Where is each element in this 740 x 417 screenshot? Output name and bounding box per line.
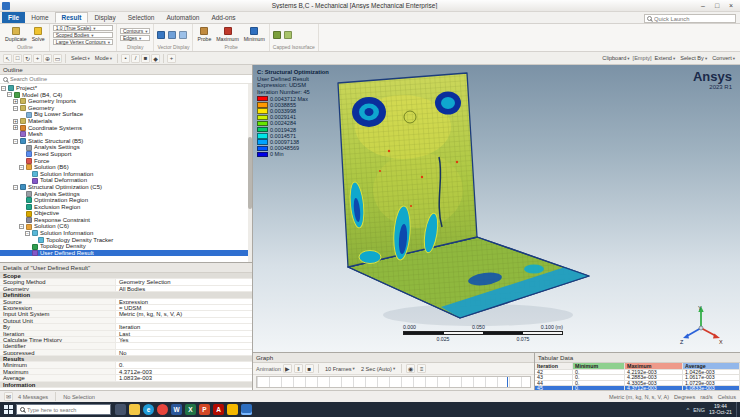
excel-icon[interactable]: X <box>185 404 196 415</box>
edge-filter-icon[interactable]: / <box>131 54 140 63</box>
tab-result[interactable]: Result <box>55 12 89 23</box>
mode-dropdown[interactable]: Mode▾ <box>93 55 114 61</box>
details-field-value[interactable]: Last <box>116 331 252 336</box>
outline-item-coordinate-systems[interactable]: +Coordinate Systems <box>0 125 252 132</box>
select-by-dropdown[interactable]: Select By▾ <box>678 55 709 61</box>
tab-automation[interactable]: Automation <box>160 12 205 23</box>
minimize-button[interactable]: – <box>696 0 710 11</box>
pan-icon[interactable]: + <box>33 54 42 63</box>
face-filter-icon[interactable]: ■ <box>141 54 150 63</box>
cursor-icon[interactable]: ↖ <box>3 54 12 63</box>
outline-item-geometry[interactable]: −Geometry <box>0 105 252 112</box>
file-explorer-icon[interactable] <box>129 404 140 415</box>
outline-item-big-lower-surface[interactable]: Big Lower Surface <box>0 111 252 118</box>
start-button[interactable] <box>0 402 16 417</box>
expand-icon[interactable]: + <box>13 119 18 124</box>
outline-item-solution-c6[interactable]: −Solution (C6) <box>0 223 252 230</box>
pause-icon[interactable]: ‖ <box>294 364 303 373</box>
animation-timeline[interactable] <box>256 376 531 388</box>
collapse-icon[interactable]: − <box>25 231 30 236</box>
quick-launch-input[interactable] <box>654 16 733 22</box>
collapse-icon[interactable]: − <box>13 139 18 144</box>
outline-item-response-constraint[interactable]: Response Constraint <box>0 217 252 224</box>
tray-expand-icon[interactable]: ^ <box>686 407 689 413</box>
zoom-icon[interactable]: ⊕ <box>43 54 52 63</box>
details-field-value[interactable]: Yes <box>116 337 252 342</box>
edge-icon[interactable]: e <box>143 404 154 415</box>
outline-item-geometry-imports[interactable]: +Geometry Imports <box>0 98 252 105</box>
extend-selection-icon[interactable]: + <box>167 54 176 63</box>
details-field-value[interactable]: Expression <box>116 299 252 304</box>
outline-item-model-b4-c4[interactable]: −Model (B4, C4) <box>0 92 252 99</box>
10-frames-dropdown[interactable]: 10 Frames▾ <box>323 366 357 372</box>
orientation-triad[interactable]: Y X Z <box>678 304 724 346</box>
outline-item-analysis-settings[interactable]: Analysis Settings <box>0 144 252 151</box>
details-field-value[interactable]: Geometry Selection <box>116 279 252 284</box>
close-button[interactable]: × <box>724 0 738 11</box>
show-desktop-button[interactable] <box>736 402 739 417</box>
zoom-fit-icon[interactable]: ▭ <box>53 54 62 63</box>
capping-style-icon[interactable] <box>284 31 292 39</box>
outline-item-static-structural-b5[interactable]: −Static Structural (B5) <box>0 138 252 145</box>
details-field-value[interactable]: = UDSM <box>116 305 252 310</box>
outline-item-structural-optimization-c5[interactable]: −Structural Optimization (C5) <box>0 184 252 191</box>
outline-item-total-deformation[interactable]: Total Deformation <box>0 177 252 184</box>
collapse-icon[interactable]: − <box>13 106 18 111</box>
expand-icon[interactable]: + <box>13 125 18 130</box>
rotate-icon[interactable]: ↻ <box>23 54 32 63</box>
acrobat-icon[interactable]: A <box>213 404 224 415</box>
outline-item-solution-b6[interactable]: −Solution (B6) <box>0 164 252 171</box>
outline-item-user-defined-result[interactable]: User Defined Result <box>0 250 252 257</box>
outline-item-exclusion-region[interactable]: Exclusion Region <box>0 204 252 211</box>
edges-dropdown[interactable]: Edges▾ <box>120 35 151 41</box>
model-bracket[interactable] <box>338 73 589 326</box>
contours-dropdown[interactable]: Contours▾ <box>120 28 151 34</box>
collapse-icon[interactable]: − <box>1 86 6 91</box>
solve-button[interactable]: Solve <box>31 27 46 42</box>
result-chart-icon[interactable]: ≡ <box>417 364 426 373</box>
tab-display[interactable]: Display <box>88 12 121 23</box>
tab-add-ons[interactable]: Add-ons <box>205 12 241 23</box>
collapse-icon[interactable]: − <box>13 185 18 190</box>
outline-item-analysis-settings[interactable]: Analysis Settings <box>0 191 252 198</box>
outline-search-input[interactable] <box>10 76 249 82</box>
workbench-icon[interactable] <box>227 404 238 415</box>
details-field-value[interactable]: All Bodies <box>116 286 252 291</box>
details-field-value[interactable]: Metric (m, kg, N, s, V, A) <box>116 311 252 316</box>
tab-home[interactable]: Home <box>25 12 54 23</box>
play-icon[interactable]: ▶ <box>283 364 292 373</box>
outline-item-materials[interactable]: +Materials <box>0 118 252 125</box>
body-filter-icon[interactable]: ◆ <box>151 54 160 63</box>
probe-button[interactable]: Probe <box>196 27 212 42</box>
collapse-icon[interactable]: − <box>19 165 24 170</box>
outline-item-project[interactable]: −Project* <box>0 85 252 92</box>
maximize-button[interactable]: □ <box>710 0 724 11</box>
outline-item-fixed-support[interactable]: Fixed Support <box>0 151 252 158</box>
vector-plot-icon[interactable] <box>157 31 165 39</box>
capped-isosurface-icon[interactable] <box>273 31 281 39</box>
powerpoint-icon[interactable]: P <box>199 404 210 415</box>
1-0-true-scale-dropdown[interactable]: 1.0 (True Scale)▾ <box>53 25 113 31</box>
outline-item-solution-information[interactable]: Solution Information <box>0 171 252 178</box>
outline-item-topology-density[interactable]: Topology Density <box>0 243 252 250</box>
taskbar-search-input[interactable] <box>27 407 107 413</box>
outline-scrollbar[interactable] <box>248 84 252 262</box>
word-icon[interactable]: W <box>171 404 182 415</box>
select-dropdown[interactable]: Select▾ <box>69 55 92 61</box>
tab-selection[interactable]: Selection <box>122 12 161 23</box>
export-video-icon[interactable]: ◉ <box>406 364 415 373</box>
mechanical-icon[interactable] <box>241 404 252 415</box>
vector-grid-icon[interactable] <box>179 31 187 39</box>
geometry-viewport[interactable]: C: Structural OptimizationUser Defined R… <box>253 65 740 352</box>
collapse-icon[interactable]: − <box>7 92 12 97</box>
outline-item-optimization-region[interactable]: Optimization Region <box>0 197 252 204</box>
collapse-icon[interactable]: − <box>19 224 24 229</box>
clipboard-dropdown[interactable]: Clipboard▾ <box>600 55 631 61</box>
clock[interactable]: 19:44 13-Oct-21 <box>709 404 732 416</box>
minimum-button[interactable]: Minimum <box>243 27 266 42</box>
outline-item-mesh[interactable]: Mesh <box>0 131 252 138</box>
expand-icon[interactable]: + <box>13 99 18 104</box>
details-field-value[interactable]: Iteration <box>116 324 252 329</box>
vector-uniform-icon[interactable] <box>168 31 176 39</box>
vertex-filter-icon[interactable]: • <box>121 54 130 63</box>
